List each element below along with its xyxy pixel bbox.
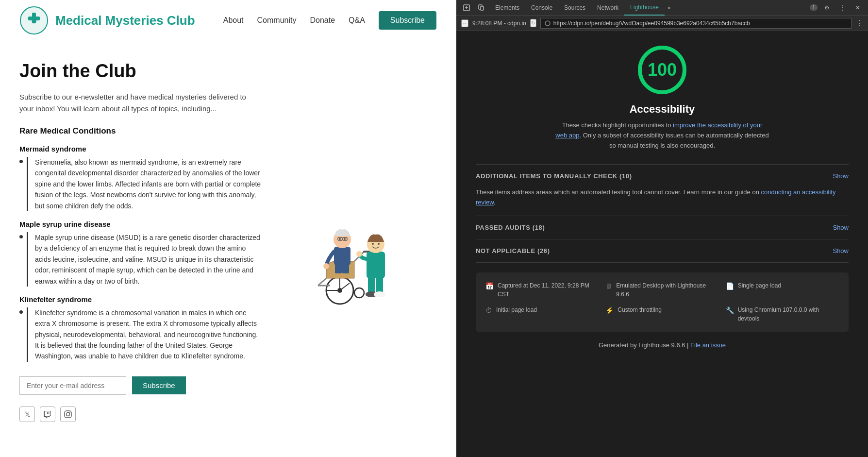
file-issue-link[interactable]: File an issue	[690, 341, 726, 349]
page-title: Join the Club	[19, 61, 436, 82]
lighthouse-footer: 📅 Captured at Dec 11, 2022, 9:28 PM CST …	[476, 272, 849, 332]
logo-area: Medical Mysteries Club	[19, 6, 223, 35]
svg-point-28	[323, 263, 329, 269]
section-title: Rare Medical Conditions	[19, 126, 262, 136]
bullet-icon	[19, 160, 23, 163]
svg-point-8	[69, 412, 70, 413]
site-header: Medical Mysteries Club About Community D…	[0, 0, 456, 41]
chromium-icon: 🔧	[726, 306, 734, 314]
condition-klinefelter-text: Klinefelter syndrome is a chromosomal va…	[27, 307, 262, 362]
nav-community[interactable]: Community	[257, 16, 297, 25]
favicon-icon	[545, 20, 551, 26]
website-panel: Medical Mysteries Club About Community D…	[0, 0, 456, 457]
passed-show[interactable]: Show	[833, 224, 849, 231]
devtools-toolbar: Elements Console Sources Network Lightho…	[456, 0, 868, 16]
description-after: . Only a subset of accessibility issues …	[579, 132, 768, 149]
more-options-button[interactable]: ⋮	[836, 2, 849, 13]
content-text: Subscribe to our e-newsletter and have m…	[19, 91, 262, 422]
svg-point-32	[378, 243, 380, 245]
accordion-passed: PASSED AUDITS (18) Show	[476, 216, 849, 239]
initial-load-text: Initial page load	[496, 305, 537, 314]
nav-about[interactable]: About	[223, 16, 244, 25]
bullet-icon	[19, 235, 23, 238]
hero-image	[282, 91, 417, 422]
footer-captured: 📅 Captured at Dec 11, 2022, 9:28 PM CST	[485, 281, 599, 299]
condition-mermaid-text: Sirenomelia, also known as mermaid syndr…	[27, 157, 262, 211]
twitch-icon[interactable]	[40, 406, 55, 422]
subscribe-button[interactable]: Subscribe	[132, 376, 186, 394]
timer-icon: ⏱	[485, 306, 492, 314]
devtools-address-bar: ← 9:28:08 PM - cdpn.io ↻ https://cdpn.io…	[456, 16, 868, 31]
single-page-text: Single page load	[738, 281, 781, 290]
emulated-text: Emulated Desktop with Lighthouse 9.6.6	[616, 281, 718, 299]
email-input[interactable]	[19, 376, 126, 395]
timestamp: 9:28:08 PM - cdpn.io	[472, 20, 526, 27]
devtools-panel: Elements Console Sources Network Lightho…	[456, 0, 868, 457]
manual-check-extra: These items address areas which an autom…	[476, 187, 849, 216]
na-label: NOT APPLICABLE (26)	[476, 247, 550, 254]
accordion-manual-check-header[interactable]: ADDITIONAL ITEMS TO MANUALLY CHECK (10) …	[476, 165, 849, 187]
chromium-text: Using Chromium 107.0.0.0 with devtools	[738, 305, 839, 323]
desktop-icon: 🖥	[605, 282, 612, 290]
twitter-icon[interactable]: 𝕏	[19, 406, 35, 422]
nav-donate[interactable]: Donate	[310, 16, 335, 25]
condition-klinefelter-title: Klinefelter syndrome	[19, 295, 262, 304]
svg-point-14	[354, 288, 364, 298]
tab-sources[interactable]: Sources	[558, 0, 591, 16]
social-icons: 𝕏	[19, 406, 262, 422]
condition-maple-text: Maple syrup urine disease (MSUD) is a ra…	[27, 232, 262, 287]
accordion-na: NOT APPLICABLE (26) Show	[476, 239, 849, 263]
inspect-element-button[interactable]	[460, 2, 473, 13]
footer-throttling: ⚡ Custom throttling	[605, 305, 718, 323]
tab-console[interactable]: Console	[525, 0, 558, 16]
condition-maple: Maple syrup urine disease Maple syrup ur…	[19, 220, 262, 287]
site-main: Join the Club Subscribe to our e-newslet…	[0, 41, 456, 457]
main-nav: About Community Donate Q&A Subscribe	[223, 11, 436, 30]
more-tabs-button[interactable]: »	[665, 2, 674, 13]
page-icon: 📄	[726, 282, 734, 290]
lighthouse-panel: 100 Accessibility These checks highlight…	[456, 31, 868, 457]
footer-chromium: 🔧 Using Chromium 107.0.0.0 with devtools	[726, 305, 839, 323]
nav-subscribe-button[interactable]: Subscribe	[379, 11, 436, 30]
back-button[interactable]: ←	[461, 19, 468, 27]
reload-button[interactable]: ↻	[530, 19, 536, 27]
accordion-passed-header[interactable]: PASSED AUDITS (18) Show	[476, 216, 849, 239]
description-before: These checks highlight opportunities to	[562, 121, 673, 129]
svg-rect-2	[28, 17, 40, 20]
svg-rect-5	[49, 412, 50, 414]
bullet-icon	[19, 310, 23, 314]
svg-point-36	[374, 291, 385, 297]
tab-badge: 1	[810, 4, 818, 11]
site-title: Medical Mysteries Club	[55, 13, 195, 28]
na-show[interactable]: Show	[833, 247, 849, 254]
svg-point-22	[344, 238, 346, 240]
manual-check-show[interactable]: Show	[833, 172, 849, 180]
tab-elements[interactable]: Elements	[489, 0, 525, 16]
nav-qa[interactable]: Q&A	[349, 16, 365, 25]
svg-point-7	[67, 412, 70, 416]
close-devtools-button[interactable]: ✕	[851, 2, 864, 13]
devtools-right-actions: 1 ⚙ ⋮ ✕	[810, 2, 864, 13]
condition-maple-title: Maple syrup urine disease	[19, 220, 262, 228]
svg-rect-34	[376, 277, 383, 294]
main-content: Subscribe to our e-newsletter and have m…	[19, 91, 436, 422]
calendar-icon: 📅	[485, 282, 494, 290]
settings-button[interactable]: ⚙	[820, 2, 833, 13]
svg-rect-27	[342, 264, 349, 273]
network-icon: ⚡	[605, 306, 614, 314]
svg-point-37	[356, 251, 362, 257]
generated-line: Generated by Lighthouse 9.6.6 | File an …	[599, 341, 726, 349]
accordion-na-header[interactable]: NOT APPLICABLE (26) Show	[476, 239, 849, 262]
footer-single-page: 📄 Single page load	[726, 281, 839, 299]
tab-network[interactable]: Network	[591, 0, 624, 16]
tab-lighthouse[interactable]: Lighthouse	[624, 0, 665, 16]
captured-text: Captured at Dec 11, 2022, 9:28 PM CST	[498, 281, 599, 299]
lighthouse-description: These checks highlight opportunities to …	[555, 120, 769, 151]
svg-rect-6	[65, 411, 71, 418]
svg-point-21	[339, 238, 341, 240]
instagram-icon[interactable]	[60, 406, 76, 422]
device-toolbar-button[interactable]	[475, 2, 487, 13]
url-more-button[interactable]: ⋮	[855, 18, 863, 28]
condition-mermaid: Mermaid syndrome Sirenomelia, also known…	[19, 145, 262, 211]
lighthouse-section-title: Accessibility	[630, 103, 695, 116]
